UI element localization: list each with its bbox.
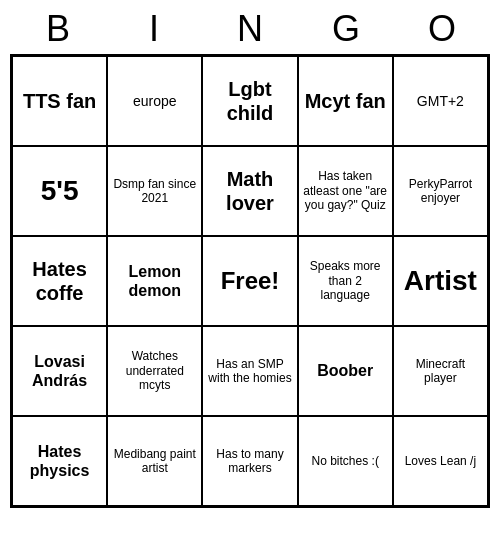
bingo-cell-11: Lemon demon: [107, 236, 202, 326]
bingo-title: B I N G O: [10, 0, 490, 54]
bingo-cell-10: Hates coffe: [12, 236, 107, 326]
bingo-cell-13: Speaks more than 2 language: [298, 236, 393, 326]
bingo-cell-23: No bitches :(: [298, 416, 393, 506]
bingo-cell-22: Has to many markers: [202, 416, 297, 506]
bingo-cell-7: Math lover: [202, 146, 297, 236]
bingo-cell-14: Artist: [393, 236, 488, 326]
bingo-cell-6: Dsmp fan since 2021: [107, 146, 202, 236]
title-letter-b: B: [14, 8, 102, 50]
bingo-cell-4: GMT+2: [393, 56, 488, 146]
bingo-cell-18: Boober: [298, 326, 393, 416]
bingo-cell-19: Minecraft player: [393, 326, 488, 416]
bingo-cell-21: Medibang paint artist: [107, 416, 202, 506]
bingo-cell-17: Has an SMP with the homies: [202, 326, 297, 416]
bingo-cell-5: 5'5: [12, 146, 107, 236]
bingo-cell-12: Free!: [202, 236, 297, 326]
bingo-cell-2: Lgbt child: [202, 56, 297, 146]
bingo-cell-20: Hates physics: [12, 416, 107, 506]
title-letter-n: N: [206, 8, 294, 50]
bingo-cell-1: europe: [107, 56, 202, 146]
bingo-cell-24: Loves Lean /j: [393, 416, 488, 506]
title-letter-i: I: [110, 8, 198, 50]
title-letter-g: G: [302, 8, 390, 50]
bingo-cell-9: PerkyParrot enjoyer: [393, 146, 488, 236]
bingo-cell-16: Watches underrated mcyts: [107, 326, 202, 416]
title-letter-o: O: [398, 8, 486, 50]
bingo-cell-15: Lovasi András: [12, 326, 107, 416]
bingo-cell-3: Mcyt fan: [298, 56, 393, 146]
bingo-grid: TTS faneuropeLgbt childMcyt fanGMT+25'5D…: [10, 54, 490, 508]
bingo-cell-0: TTS fan: [12, 56, 107, 146]
bingo-cell-8: Has taken atleast one "are you gay?" Qui…: [298, 146, 393, 236]
